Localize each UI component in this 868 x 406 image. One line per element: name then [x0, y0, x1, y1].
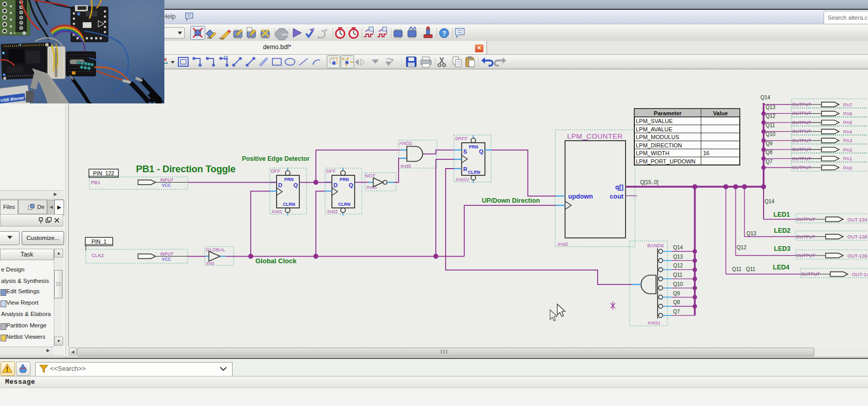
- svg-text:PA5: PA5: [843, 119, 852, 125]
- svg-text:VCC: VCC: [162, 257, 171, 262]
- svg-text:inst3: inst3: [327, 208, 338, 214]
- svg-text:LED2: LED2: [774, 227, 790, 234]
- svg-text:R: R: [463, 166, 467, 172]
- svg-text:INPUT: INPUT: [160, 177, 174, 183]
- svg-text:PA4: PA4: [843, 129, 852, 134]
- svg-text:OUTPUT: OUTPUT: [792, 129, 812, 134]
- svg-text:LPM_WIDTH: LPM_WIDTH: [636, 150, 669, 156]
- svg-text:q[]: q[]: [615, 184, 623, 191]
- svg-text:inst10: inst10: [456, 176, 469, 182]
- svg-text:SRFF: SRFF: [455, 136, 468, 141]
- svg-text:DFF: DFF: [326, 168, 336, 174]
- svg-text:PA0: PA0: [843, 165, 852, 171]
- svg-text:Q13: Q13: [673, 254, 683, 260]
- svg-text:PIN_122: PIN_122: [93, 170, 114, 176]
- svg-text:NOT: NOT: [365, 173, 375, 178]
- svg-text:Global Clock: Global Clock: [255, 257, 297, 265]
- svg-text:BAND8: BAND8: [647, 243, 664, 248]
- svg-text:Q14: Q14: [673, 245, 683, 250]
- svg-text:LPM_PORT_UPDOWN: LPM_PORT_UPDOWN: [636, 158, 695, 164]
- svg-text:PA6: PA6: [843, 111, 852, 116]
- svg-text:OUT-140: OUT-140: [852, 272, 868, 277]
- svg-text:PRN: PRN: [284, 177, 294, 182]
- svg-text:PIN_1: PIN_1: [92, 238, 106, 245]
- svg-text:LED1: LED1: [773, 211, 790, 218]
- svg-text:OUTPUT: OUTPUT: [796, 217, 816, 222]
- svg-text:OUTPUT: OUTPUT: [792, 156, 812, 161]
- svg-text:OUTPUT: OUTPUT: [792, 138, 812, 143]
- svg-text:Q10: Q10: [766, 131, 775, 137]
- svg-text:LED4: LED4: [773, 264, 789, 271]
- svg-text:UP/Down Direction: UP/Down Direction: [482, 197, 540, 204]
- svg-text:LPM_AVALUE: LPM_AVALUE: [636, 126, 673, 132]
- svg-text:cout: cout: [610, 193, 624, 200]
- svg-text:OUTPUT: OUTPUT: [796, 234, 816, 239]
- svg-text:DFF: DFF: [271, 168, 281, 174]
- svg-text:inst5: inst5: [401, 163, 411, 169]
- svg-text:16: 16: [703, 150, 709, 156]
- svg-text:Q8: Q8: [673, 299, 680, 305]
- svg-text:OUTPUT: OUTPUT: [792, 102, 812, 107]
- svg-text:PB1: PB1: [91, 179, 100, 185]
- svg-text:?: ?: [443, 30, 446, 37]
- svg-text:LPM_COUNTER: LPM_COUNTER: [567, 132, 623, 140]
- svg-text:PB1 - Direction Toggle: PB1 - Direction Toggle: [136, 163, 236, 174]
- svg-text:D: D: [278, 182, 282, 188]
- svg-text:Q11: Q11: [766, 123, 775, 128]
- svg-text:Q: Q: [293, 182, 298, 188]
- svg-text:Parameter: Parameter: [654, 110, 682, 116]
- svg-text:Q8: Q8: [766, 149, 773, 155]
- svg-text:Q14: Q14: [765, 199, 774, 204]
- svg-text:Q9: Q9: [766, 141, 773, 146]
- svg-text:Value: Value: [713, 110, 728, 116]
- svg-text:Q11: Q11: [673, 272, 683, 278]
- svg-text:PRN: PRN: [469, 144, 478, 149]
- svg-text:Q11: Q11: [746, 266, 756, 272]
- svg-text:PA3: PA3: [843, 138, 852, 143]
- svg-text:Q[15..0]: Q[15..0]: [640, 179, 659, 185]
- svg-text:AND2: AND2: [399, 140, 412, 146]
- svg-text:CLRN: CLRN: [468, 170, 480, 175]
- svg-text:STOP: STOP: [282, 33, 290, 36]
- svg-text:Q12: Q12: [766, 113, 775, 119]
- svg-text:OUTPUT: OUTPUT: [792, 120, 812, 125]
- svg-text:Q10: Q10: [673, 281, 683, 287]
- svg-text:Q12: Q12: [673, 263, 683, 268]
- svg-text:Q9: Q9: [673, 291, 680, 296]
- svg-text:LPM_DIRECTION: LPM_DIRECTION: [636, 142, 682, 148]
- svg-text:Q13: Q13: [766, 104, 775, 110]
- svg-text:PA1: PA1: [843, 156, 852, 161]
- svg-text:Q12: Q12: [737, 245, 747, 250]
- svg-text:PRN: PRN: [340, 177, 349, 182]
- svg-text:LPM_MODULUS: LPM_MODULUS: [636, 134, 679, 140]
- svg-text:OUTPUT: OUTPUT: [792, 111, 812, 116]
- svg-text:Q14: Q14: [760, 95, 770, 100]
- svg-text:OUT-139: OUT-139: [847, 253, 867, 259]
- svg-text:LED3: LED3: [774, 245, 790, 252]
- svg-text:D: D: [333, 182, 338, 188]
- svg-text:Q7: Q7: [766, 159, 773, 164]
- svg-text:OUT-134: OUT-134: [847, 217, 867, 222]
- svg-text:CLRN: CLRN: [338, 202, 351, 207]
- svg-text:inst11: inst11: [648, 320, 661, 325]
- svg-text:OUTPUT: OUTPUT: [801, 272, 820, 277]
- svg-text:OUT-138: OUT-138: [847, 234, 867, 239]
- svg-text:OUTPUT: OUTPUT: [792, 147, 812, 152]
- svg-text:Q: Q: [348, 182, 353, 188]
- svg-text:CLRN: CLRN: [283, 202, 295, 207]
- svg-text:updown: updown: [568, 193, 593, 200]
- svg-text:inst2: inst2: [558, 241, 568, 247]
- svg-text:Positive Edge Detector: Positive Edge Detector: [242, 155, 310, 162]
- svg-text:Q7: Q7: [673, 309, 680, 314]
- svg-text:PA7: PA7: [843, 102, 852, 108]
- svg-text:VCC: VCC: [162, 183, 171, 188]
- svg-text:INPUT: INPUT: [160, 251, 174, 257]
- svg-text:Q: Q: [479, 148, 483, 155]
- svg-text:CLK2: CLK2: [92, 252, 104, 258]
- svg-text:OUTPUT: OUTPUT: [792, 165, 812, 170]
- svg-text:LPM_SVALUE: LPM_SVALUE: [636, 118, 673, 124]
- svg-text:Q13: Q13: [747, 231, 756, 236]
- svg-text:S: S: [463, 148, 467, 155]
- svg-text:OUTPUT: OUTPUT: [796, 253, 816, 258]
- svg-text:Q11: Q11: [732, 266, 742, 272]
